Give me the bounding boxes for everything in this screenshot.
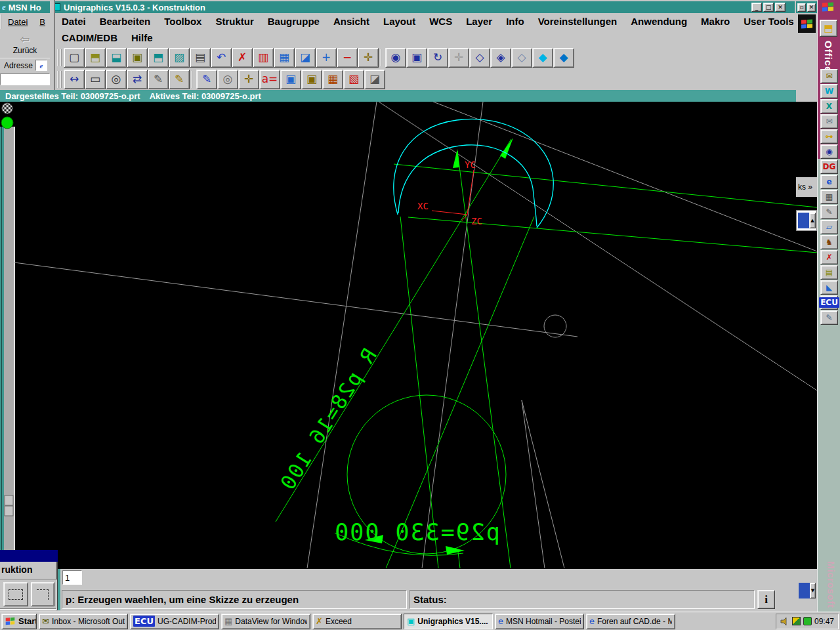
menu-item-info[interactable]: Info: [506, 16, 524, 27]
office-ie-icon[interactable]: e: [820, 175, 838, 189]
ug-title-bar[interactable]: Unigraphics V15.0.3 - Konstruktion _ □ ✕: [49, 1, 795, 13]
sketch-tools-button[interactable]: ✛: [238, 70, 259, 89]
office-folder-button[interactable]: ⬒: [820, 20, 837, 37]
print-button[interactable]: ▤: [190, 48, 211, 68]
dialog-rectangle-tool-button[interactable]: [3, 582, 28, 606]
office-word-icon[interactable]: W: [820, 84, 838, 98]
pan-view-button[interactable]: ✛: [448, 48, 469, 68]
office-flowchart-icon[interactable]: ▱: [820, 220, 838, 234]
office-paint-icon[interactable]: ✗: [820, 250, 838, 264]
msn-title-bar[interactable]: e MSN Ho: [0, 1, 50, 13]
scale-input[interactable]: 1: [62, 570, 82, 585]
menu-item-cadim-edb[interactable]: CADIM/EDB: [62, 32, 117, 43]
menu-item-layer[interactable]: Layer: [466, 16, 492, 27]
menu-item-ansicht[interactable]: Ansicht: [333, 16, 369, 27]
virtual-display-button[interactable]: ▭: [85, 70, 106, 89]
office-notes-icon[interactable]: ▤: [820, 265, 838, 280]
layer-settings-button[interactable]: ▥: [253, 48, 274, 68]
info-button[interactable]: i: [757, 590, 775, 609]
edit-surface-button[interactable]: ▧: [343, 70, 364, 89]
menu-item-struktur[interactable]: Struktur: [215, 16, 253, 27]
sketch-button[interactable]: ✎: [196, 70, 217, 89]
ie-close-button[interactable]: ✕: [807, 3, 816, 12]
menu-item-user-tools[interactable]: User Tools: [744, 16, 793, 27]
zoom-rectangle-button[interactable]: ◉: [385, 48, 406, 68]
task-dataview[interactable]: ▦ DataView for Window...: [221, 614, 310, 629]
wireframe-view-button[interactable]: ◇: [469, 48, 490, 68]
task-exceed[interactable]: ✗ Exceed: [312, 614, 402, 629]
dimension-angle-text[interactable]: p29=330 000: [333, 519, 500, 545]
fit-view-button[interactable]: ▣: [406, 48, 427, 68]
office-dg-icon[interactable]: DG: [820, 159, 838, 174]
task-foren-cad[interactable]: e Foren auf CAD.de - M...: [586, 614, 675, 629]
ie-address-fragment[interactable]: ▲: [796, 210, 817, 231]
refresh-view-button[interactable]: ↻: [427, 48, 448, 68]
msn-address-input[interactable]: [0, 74, 50, 85]
menu-item-anwendung[interactable]: Anwendung: [631, 16, 687, 27]
open-part-changes-button[interactable]: ⬓: [106, 48, 127, 68]
outline-view-button[interactable]: ◇: [511, 48, 532, 68]
delete-button[interactable]: ✗: [232, 48, 253, 68]
office-ecu-icon[interactable]: ECU: [820, 295, 838, 310]
drag-dimension-button[interactable]: ✎: [169, 70, 190, 89]
msn-back-button[interactable]: ⇦ Zurück: [3, 30, 47, 56]
edit-dimension-button[interactable]: ✎: [148, 70, 169, 89]
scrollbar-thumb-button[interactable]: [5, 506, 13, 516]
new-part-button[interactable]: ▢: [64, 48, 85, 68]
dialog-corner-tool-button[interactable]: [31, 582, 54, 606]
menu-item-bearbeiten[interactable]: Bearbeiten: [100, 16, 151, 27]
solid-body-button[interactable]: ▣: [280, 70, 301, 89]
minimize-button[interactable]: _: [751, 3, 762, 12]
customize-tools-button[interactable]: ✛: [358, 48, 379, 68]
menu-item-baugruppe[interactable]: Baugruppe: [268, 16, 320, 27]
hidden-line-view-button[interactable]: ◈: [490, 48, 511, 68]
viewport-left-scrollbar[interactable]: [0, 127, 15, 566]
circle-line-button[interactable]: ◎: [217, 70, 238, 89]
office-new-message-icon[interactable]: ✉: [820, 69, 838, 83]
menu-item-makro[interactable]: Makro: [701, 16, 730, 27]
expressions-button[interactable]: a=: [259, 70, 280, 89]
graphics-viewport[interactable]: XC YC ZC R p28=16 100 p29=330 000: [0, 102, 817, 569]
office-boot-tool-icon[interactable]: ◣: [820, 280, 838, 295]
maximize-button[interactable]: □: [763, 3, 774, 12]
menu-item-wcs[interactable]: WCS: [429, 16, 452, 27]
task-ug-cadim-prod[interactable]: ECU UG-CADIM-Prod EA...: [130, 614, 219, 629]
surface-mesh-button[interactable]: ▦: [322, 70, 343, 89]
erase-from-display-button[interactable]: ◪: [295, 48, 316, 68]
office-calculator-icon[interactable]: ▦: [820, 190, 838, 204]
msn-menu-item-datei[interactable]: Datei: [8, 17, 28, 27]
menu-item-toolbox[interactable]: Toolbox: [164, 16, 201, 27]
office-cad-tool-icon[interactable]: ✎: [820, 310, 838, 325]
address-dropdown-button[interactable]: ▲: [809, 213, 816, 228]
office-graphics-icon[interactable]: ♞: [820, 235, 838, 249]
structure-remove-button[interactable]: −: [337, 48, 358, 68]
office-windows-logo-icon[interactable]: [822, 3, 833, 11]
horizontal-dimension-button[interactable]: ⇄: [127, 70, 148, 89]
scrollbar-thumb-button[interactable]: [5, 495, 13, 505]
office-outlook-icon[interactable]: ✉: [820, 114, 838, 129]
start-button[interactable]: Start: [1, 614, 37, 629]
copy-part-button[interactable]: ▨: [169, 48, 190, 68]
task-msn-hotmail[interactable]: e MSN Hotmail - Postei...: [495, 614, 584, 629]
office-drafting-icon[interactable]: ✎: [820, 205, 838, 219]
tray-network-icon[interactable]: [803, 617, 812, 625]
save-part-button[interactable]: ▣: [127, 48, 148, 68]
bottom-dropdown-button[interactable]: ▼: [810, 583, 816, 598]
menu-item-voreinstellungen[interactable]: Voreinstellungen: [538, 16, 618, 27]
menu-item-hilfe[interactable]: Hilfe: [131, 32, 153, 43]
undo-button[interactable]: ↶: [211, 48, 232, 68]
save-part-as-button[interactable]: ⬒: [148, 48, 169, 68]
menu-item-datei[interactable]: Datei: [62, 16, 86, 27]
tray-monitor-icon[interactable]: [792, 617, 801, 625]
links-text[interactable]: ks »: [798, 182, 812, 192]
toolbar-grip[interactable]: [57, 71, 62, 88]
dimension-radius-text[interactable]: R p28=16 100: [275, 345, 381, 495]
edit-solid-button[interactable]: ▣: [301, 70, 322, 89]
menu-item-layout[interactable]: Layout: [383, 16, 415, 27]
dialog-title-bar[interactable]: [0, 550, 58, 562]
extrude-button[interactable]: ◪: [364, 70, 385, 89]
circle-display-button[interactable]: ◎: [106, 70, 127, 89]
toolbar-grip[interactable]: [57, 49, 62, 66]
office-find-icon[interactable]: ◉: [820, 144, 838, 159]
shaded-edges-view-button[interactable]: ◆: [553, 48, 574, 68]
